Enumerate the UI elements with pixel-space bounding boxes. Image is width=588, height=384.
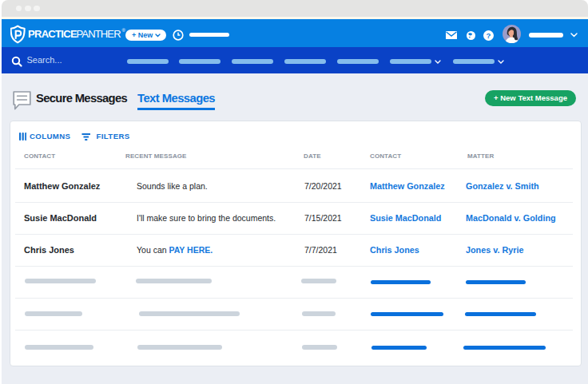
svg-text:PANTHER: PANTHER [77,28,121,40]
svg-text:®: ® [122,28,126,33]
svg-text:PRACTICE: PRACTICE [28,28,77,40]
svg-text:?: ? [487,31,491,40]
